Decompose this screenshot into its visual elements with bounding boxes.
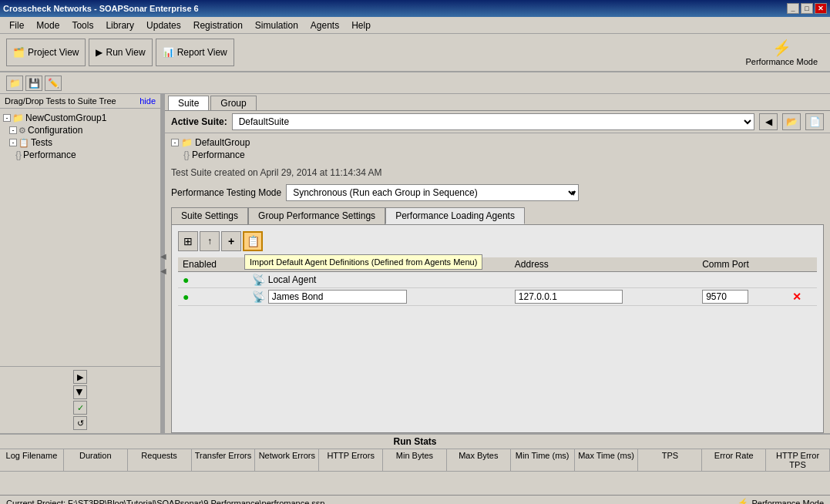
menu-agents[interactable]: Agents [304, 18, 345, 32]
tab-group[interactable]: Group [210, 96, 256, 110]
row2-enabled: ● [178, 288, 247, 306]
menu-library[interactable]: Library [99, 18, 140, 32]
agent-icon-1: 📡 [252, 274, 265, 286]
suite-open-btn[interactable]: 📂 [782, 113, 801, 130]
save-btn[interactable]: 💾 [25, 76, 42, 91]
col-log-filename: Log Filename [0, 449, 64, 471]
icon-toolbar: 📁 💾 ✏️ [0, 72, 830, 94]
curly-icon: {} [15, 150, 22, 160]
menu-mode[interactable]: Mode [30, 18, 66, 32]
row1-display-name: 📡 Local Agent [247, 272, 510, 288]
expand-icon[interactable]: - [3, 114, 11, 122]
maximize-btn[interactable]: □ [801, 3, 813, 14]
add-group-btn[interactable]: ⊞ [178, 231, 198, 251]
agent-ip-input[interactable] [515, 290, 623, 304]
nav-up-btn[interactable]: ▶ [73, 385, 87, 399]
tab-perf-loading-agents[interactable]: Performance Loading Agents [385, 207, 525, 224]
tree-item-tests[interactable]: - 📋 Tests [3, 136, 157, 149]
edit-btn[interactable]: ✏️ [45, 76, 62, 91]
open-btn[interactable]: 📁 [6, 76, 23, 91]
tree-item-label: Performance [23, 150, 76, 160]
tree-item-newcustomgroup1[interactable]: - 📁 NewCustomGroup1 [3, 112, 157, 124]
panel-header: Drag/Drop Tests to Suite Tree hide [0, 94, 160, 109]
tab-content: ⊞ ↑ + 📋 Import Default Agent Definitions… [171, 224, 824, 433]
project-view-btn[interactable]: 🗂️ Project View [6, 39, 86, 66]
performance-mode-icon: ⚡ [772, 39, 791, 57]
menu-tools[interactable]: Tools [66, 18, 99, 32]
close-btn[interactable]: ✕ [815, 3, 827, 14]
left-panel: Drag/Drop Tests to Suite Tree hide - 📁 N… [0, 94, 162, 433]
menu-registration[interactable]: Registration [187, 18, 249, 32]
expand-icon-tests[interactable]: - [9, 139, 17, 146]
col-requests: Requests [128, 449, 192, 471]
checkmark-btn[interactable]: ✓ [73, 401, 87, 415]
report-view-label: Report View [177, 47, 227, 58]
statusbar-right: ⚡ Performance Mode [738, 498, 824, 504]
expand-icon-config[interactable]: - [9, 126, 17, 134]
performance-mode-btn[interactable]: ⚡ Performance Mode [739, 37, 824, 68]
row2-port [697, 288, 787, 306]
nav-right-btn[interactable]: ▶ [73, 370, 87, 384]
add-agent-btn[interactable]: + [221, 231, 241, 251]
run-stats-cols: Log Filename Duration Requests Transfer … [0, 449, 830, 472]
run-stats: Run Stats Log Filename Duration Requests… [0, 433, 830, 495]
perf-mode-select[interactable]: Synchronous (Run each Group in Sequence)… [286, 184, 579, 201]
report-view-icon: 📊 [163, 47, 174, 58]
move-up-icon: ↑ [207, 236, 212, 247]
enabled-dot-1: ● [183, 274, 189, 286]
content-tabs: Suite Group [165, 94, 830, 111]
col-min-time: Min Time (ms) [511, 449, 575, 471]
perf-mode-label: Performance Testing Mode [171, 187, 281, 198]
project-view-label: Project View [28, 47, 79, 58]
col-http-errors: HTTP Errors [319, 449, 383, 471]
col-max-time: Max Time (ms) [575, 449, 639, 471]
curly-icon-ct: {} [183, 150, 190, 160]
move-up-btn[interactable]: ↑ [200, 231, 220, 251]
col-comm-port: Comm Port [697, 257, 787, 272]
tab-panel: Suite Settings Group Performance Setting… [165, 204, 830, 224]
menubar: File Mode Tools Library Updates Registra… [0, 17, 830, 34]
tests-icon: 📋 [18, 138, 29, 148]
undo-btn[interactable]: ↺ [73, 416, 87, 430]
ctree-defaultgroup[interactable]: - 📁 DefaultGroup [171, 136, 824, 149]
menu-help[interactable]: Help [345, 18, 377, 32]
report-view-btn[interactable]: 📊 Report View [156, 39, 234, 66]
run-view-btn[interactable]: ▶ Run View [89, 39, 152, 66]
col-address: Address [510, 257, 697, 272]
tab-group-perf-settings[interactable]: Group Performance Settings [248, 207, 385, 224]
menu-file[interactable]: File [3, 18, 30, 32]
agent-name-input[interactable] [268, 290, 407, 304]
tree-item-configuration[interactable]: - ⚙ Configuration [3, 124, 157, 136]
statusbar-left: Current Project: F:\ST3PP\Blog\Tutorial\… [6, 499, 324, 505]
table-row: ● 📡 Local Agent [178, 272, 817, 288]
expand-icon-dg[interactable]: - [171, 139, 179, 146]
col-duration: Duration [64, 449, 128, 471]
tab-suite[interactable]: Suite [168, 96, 209, 110]
suite-new-btn[interactable]: 📄 [805, 113, 824, 130]
delete-agent-btn[interactable]: ✕ [792, 291, 801, 303]
col-max-bytes: Max Bytes [447, 449, 511, 471]
menu-simulation[interactable]: Simulation [249, 18, 304, 32]
suite-prev-btn[interactable]: ◀ [759, 113, 778, 130]
col-network-errors: Network Errors [255, 449, 319, 471]
agent-port-input[interactable] [702, 290, 748, 304]
folder-icon-dg: 📁 [181, 137, 193, 148]
row1-address [510, 272, 697, 288]
main-area: Drag/Drop Tests to Suite Tree hide - 📁 N… [0, 94, 830, 433]
content-tree: - 📁 DefaultGroup {} Performance [165, 133, 830, 164]
agent-table: Enabled Agent Display Name Address Comm … [178, 257, 817, 306]
hide-link[interactable]: hide [139, 96, 156, 106]
perf-mode-icon-status: ⚡ [738, 498, 748, 504]
import-btn[interactable]: 📋 Import Default Agent Definitions (Defi… [243, 231, 263, 251]
suite-dropdown[interactable]: DefaultSuite [232, 113, 754, 130]
tree-item-performance[interactable]: {} Performance [3, 149, 157, 161]
minimize-btn[interactable]: _ [787, 3, 799, 14]
active-suite-row: Active Suite: DefaultSuite ◀ 📂 📄 [165, 111, 830, 133]
row2-delete: ✕ [788, 288, 817, 306]
left-side-buttons: ▶ ▶ ✓ ↺ [0, 366, 160, 433]
tab-suite-settings[interactable]: Suite Settings [171, 207, 248, 224]
window-title: Crosscheck Networks - SOAPSonar Enterpri… [3, 4, 199, 13]
ctree-performance[interactable]: {} Performance [171, 149, 824, 161]
tree-item-label: Configuration [28, 125, 82, 136]
menu-updates[interactable]: Updates [140, 18, 187, 32]
